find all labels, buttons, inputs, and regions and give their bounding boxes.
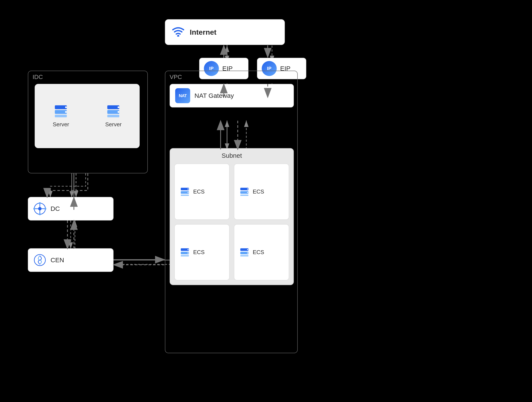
ecs-grid: ECS ECS	[174, 163, 289, 280]
svg-rect-36	[240, 255, 248, 257]
svg-rect-46	[107, 115, 119, 117]
ecs-icon-1	[180, 187, 190, 197]
ecs-label-2: ECS	[253, 188, 264, 195]
dc-icon	[33, 202, 46, 215]
ecs-icon-3	[180, 247, 190, 257]
server-card-2: Server	[105, 104, 122, 128]
svg-point-48	[118, 111, 119, 113]
ecs-card-2: ECS	[234, 163, 289, 220]
svg-point-55	[39, 202, 41, 204]
nat-gateway-box: NAT NAT Gateway	[170, 84, 294, 107]
vpc-box: VPC NAT NAT Gateway Subnet ECS	[165, 71, 298, 353]
svg-point-50	[38, 207, 42, 210]
idc-label: IDC	[32, 74, 43, 81]
ecs-card-3: ECS	[174, 224, 230, 280]
svg-point-32	[188, 249, 189, 250]
cen-icon	[33, 254, 46, 266]
ecs-label-4: ECS	[253, 249, 264, 256]
svg-point-56	[39, 213, 41, 215]
svg-point-38	[247, 252, 248, 253]
ecs-icon-2	[240, 187, 249, 197]
svg-rect-26	[240, 195, 248, 196]
server-icon-2	[107, 104, 120, 118]
svg-rect-31	[181, 255, 189, 257]
ecs-icon-4	[240, 247, 249, 257]
dc-label: DC	[51, 205, 60, 212]
server-card-1: Server	[53, 104, 69, 128]
svg-point-33	[188, 252, 189, 253]
svg-rect-44	[107, 105, 119, 109]
dc-box: DC	[28, 197, 114, 220]
internet-label: Internet	[190, 28, 216, 36]
svg-point-27	[247, 188, 248, 189]
svg-point-37	[247, 249, 248, 250]
svg-point-22	[188, 188, 189, 189]
idc-inner: Server Server	[35, 84, 140, 148]
svg-rect-45	[107, 110, 119, 114]
svg-point-28	[247, 192, 248, 193]
ecs-card-4: ECS	[234, 224, 289, 280]
idc-box: IDC Server	[28, 71, 148, 173]
svg-point-43	[65, 111, 67, 113]
ecs-label-3: ECS	[193, 249, 204, 256]
internet-box: Internet	[165, 19, 285, 45]
vpc-label: VPC	[170, 74, 182, 81]
ecs-label-1: ECS	[193, 188, 204, 195]
svg-point-47	[118, 106, 119, 108]
svg-point-23	[188, 192, 189, 193]
svg-point-18	[177, 35, 179, 37]
nat-icon: NAT	[175, 88, 190, 103]
svg-rect-39	[55, 105, 67, 109]
svg-point-57	[33, 208, 35, 210]
nat-label: NAT Gateway	[195, 92, 234, 99]
svg-rect-40	[55, 110, 67, 114]
server-icon-1	[54, 104, 68, 118]
svg-rect-41	[55, 115, 67, 117]
subnet-label: Subnet	[222, 152, 242, 159]
server-label-1: Server	[53, 121, 69, 128]
cen-label: CEN	[51, 257, 64, 264]
subnet-box: Subnet ECS	[170, 148, 294, 285]
svg-point-42	[65, 106, 67, 108]
ecs-card-1: ECS	[174, 163, 230, 220]
cen-box: CEN	[28, 248, 114, 272]
wifi-icon	[172, 25, 185, 39]
svg-point-58	[44, 208, 46, 210]
diagram-container: Internet IP EIP IP EIP VPC NAT NAT Gatew…	[11, 11, 521, 391]
svg-rect-21	[181, 195, 189, 196]
server-label-2: Server	[105, 121, 122, 128]
